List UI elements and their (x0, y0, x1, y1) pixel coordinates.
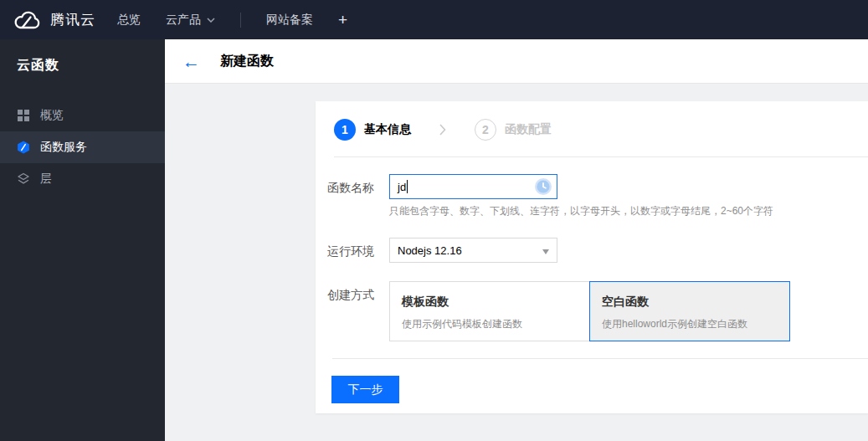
option-blank-function[interactable]: 空白函数 使用helloworld示例创建空白函数 (589, 281, 790, 341)
main-area: ← 新建函数 1 基本信息 2 函数配置 (165, 39, 868, 441)
sidebar-item-label: 层 (40, 172, 52, 187)
function-name-row: 函数名称 jd 只能包含字母、数 (327, 174, 868, 218)
runtime-select[interactable]: Nodejs 12.16 (389, 238, 557, 263)
tencent-cloud-logo[interactable]: 腾讯云 (12, 9, 95, 31)
runtime-value: Nodejs 12.16 (398, 244, 462, 257)
sidebar-item-label: 概览 (40, 108, 64, 123)
next-step-button[interactable]: 下一步 (331, 376, 399, 403)
option-title: 空白函数 (602, 295, 789, 310)
back-arrow-icon[interactable]: ← (182, 53, 200, 70)
cloud-logo-icon (12, 9, 42, 31)
page-title: 新建函数 (220, 53, 274, 70)
runtime-label: 运行环境 (327, 238, 389, 259)
option-desc: 使用helloworld示例创建空白函数 (602, 317, 789, 331)
step-chevron-icon (439, 124, 446, 136)
pending-clock-icon (534, 177, 552, 196)
creation-method-row: 创建方式 模板函数 使用示例代码模板创建函数 空白函数 使用helloworld… (327, 281, 868, 341)
text-cursor (407, 180, 408, 193)
function-name-input[interactable]: jd (389, 174, 557, 199)
chevron-down-icon (207, 18, 215, 23)
sidebar-item-function-service[interactable]: 函数服务 (0, 131, 165, 163)
sidebar: 云函数 概览 (0, 39, 165, 441)
creation-method-label: 创建方式 (327, 281, 389, 303)
runtime-row: 运行环境 Nodejs 12.16 (327, 238, 868, 263)
nav-cloud-products-label: 云产品 (166, 13, 201, 28)
select-caret-icon (542, 249, 549, 254)
option-title: 模板函数 (402, 295, 589, 310)
topbar-nav: 总览 云产品 网站备案 + (117, 12, 347, 28)
app-window: 腾讯云 总览 云产品 网站备案 + 云函数 (0, 0, 868, 441)
nav-overview-label: 总览 (117, 13, 141, 28)
creation-method-options: 模板函数 使用示例代码模板创建函数 空白函数 使用helloworld示例创建空… (389, 281, 790, 341)
divider (332, 358, 868, 359)
function-name-label: 函数名称 (327, 174, 389, 196)
create-function-card: 1 基本信息 2 函数配置 函数名称 jd (316, 101, 868, 413)
topbar-divider (240, 13, 241, 28)
nav-overview[interactable]: 总览 (117, 13, 141, 28)
nav-website-filing[interactable]: 网站备案 (266, 13, 313, 28)
step-basic-info: 1 基本信息 (334, 119, 411, 141)
function-service-icon (17, 141, 30, 154)
brand-name: 腾讯云 (50, 10, 95, 29)
option-desc: 使用示例代码模板创建函数 (402, 317, 589, 331)
nav-cloud-products[interactable]: 云产品 (166, 13, 215, 28)
layers-icon (17, 172, 30, 186)
nav-website-filing-label: 网站备案 (266, 13, 313, 28)
sidebar-menu: 概览 函数服务 层 (0, 100, 165, 195)
step-2-label: 函数配置 (505, 122, 552, 137)
overview-grid-icon (17, 109, 30, 122)
add-tab-button[interactable]: + (338, 12, 347, 28)
option-template-function[interactable]: 模板函数 使用示例代码模板创建函数 (389, 281, 590, 341)
sidebar-item-layers[interactable]: 层 (0, 163, 165, 195)
step-2-circle: 2 (475, 119, 496, 141)
step-1-circle: 1 (334, 119, 356, 141)
sidebar-item-label: 函数服务 (40, 140, 87, 155)
basic-info-form: 函数名称 jd 只能包含字母、数 (316, 157, 868, 341)
function-name-help: 只能包含字母、数字、下划线、连字符，以字母开头，以数字或字母结尾，2~60个字符 (389, 204, 773, 218)
sidebar-title: 云函数 (0, 39, 165, 74)
step-indicator: 1 基本信息 2 函数配置 (316, 101, 868, 141)
page-header: ← 新建函数 (165, 39, 868, 84)
function-name-value: jd (398, 181, 406, 193)
step-1-label: 基本信息 (364, 122, 411, 137)
topbar: 腾讯云 总览 云产品 网站备案 + (0, 0, 868, 39)
sidebar-item-overview[interactable]: 概览 (0, 100, 165, 131)
step-function-config: 2 函数配置 (475, 119, 552, 141)
